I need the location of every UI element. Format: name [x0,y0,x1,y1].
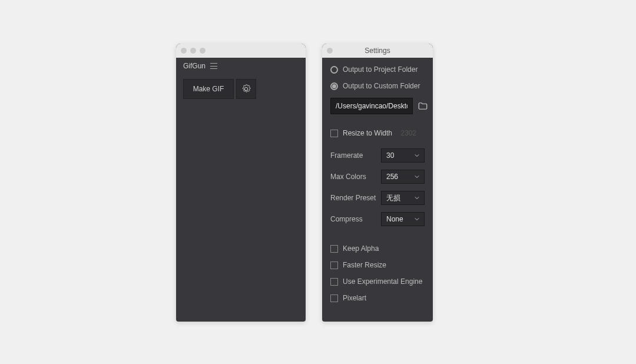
pixelart-checkbox[interactable] [330,294,338,302]
browse-folder-button[interactable] [418,100,428,112]
chevron-down-icon [415,153,419,158]
save-video-row[interactable]: Save Video Copy [330,319,425,322]
settings-body: Output to Project Folder Output to Custo… [322,58,433,322]
exp-engine-label: Use Experimental Engine [343,277,422,286]
exp-engine-row[interactable]: Use Experimental Engine [330,276,425,287]
save-video-label: Save Video Copy [343,321,398,322]
output-custom-label: Output to Custom Folder [343,82,420,90]
gifgun-main-window: GifGun Make GIF [176,44,306,322]
settings-window: Settings Output to Project Folder Output… [322,44,433,322]
keep-alpha-label: Keep Alpha [343,244,379,253]
panel-title: GifGun [183,62,206,70]
settings-titlebar: Settings [322,44,433,58]
faster-resize-row[interactable]: Faster Resize [330,259,425,271]
pixelart-label: Pixelart [343,294,366,302]
faster-resize-checkbox[interactable] [330,262,338,269]
output-path-input[interactable] [330,98,413,114]
faster-resize-label: Faster Resize [343,261,386,269]
framerate-value: 30 [386,151,394,160]
resize-label: Resize to Width [343,129,392,137]
maxcolors-value: 256 [386,173,398,181]
minimize-icon[interactable] [190,48,196,54]
render-preset-value: 无损 [386,193,400,203]
output-project-radio[interactable]: Output to Project Folder [330,64,425,75]
exp-engine-checkbox[interactable] [330,278,338,286]
make-gif-button[interactable]: Make GIF [183,79,234,99]
framerate-label: Framerate [330,151,376,160]
render-preset-select[interactable]: 无损 [381,191,425,205]
maxcolors-select[interactable]: 256 [381,170,425,184]
framerate-select[interactable]: 30 [381,148,425,163]
traffic-lights[interactable] [181,48,206,54]
render-preset-label: Render Preset [330,194,376,202]
output-project-label: Output to Project Folder [343,65,418,74]
gear-icon [241,84,251,94]
compress-select[interactable]: None [381,212,425,226]
panel-menu-icon[interactable] [210,63,217,69]
keep-alpha-checkbox[interactable] [330,245,338,253]
panel-header: GifGun [176,58,306,74]
make-gif-label: Make GIF [193,85,224,93]
maxcolors-label: Max Colors [330,173,376,181]
chevron-down-icon [415,174,419,179]
compress-label: Compress [330,215,376,223]
chevron-down-icon [415,217,419,221]
pixelart-row[interactable]: Pixelart [330,292,425,304]
titlebar [176,44,306,58]
resize-value[interactable]: 2302 [400,129,425,137]
close-icon[interactable] [327,48,333,54]
chevron-down-icon [415,196,419,200]
settings-button[interactable] [236,79,256,99]
traffic-lights[interactable] [327,48,352,54]
folder-icon [418,101,428,111]
resize-width-row: Resize to Width 2302 [330,126,425,140]
close-icon[interactable] [181,48,187,54]
maximize-icon[interactable] [200,48,206,54]
resize-checkbox[interactable] [330,130,338,137]
panel-body: Make GIF [176,74,306,106]
save-video-checkbox[interactable] [330,322,338,322]
compress-value: None [386,215,403,223]
keep-alpha-row[interactable]: Keep Alpha [330,243,425,254]
radio-icon [330,82,338,90]
radio-icon [330,66,338,74]
output-custom-radio[interactable]: Output to Custom Folder [330,80,425,92]
